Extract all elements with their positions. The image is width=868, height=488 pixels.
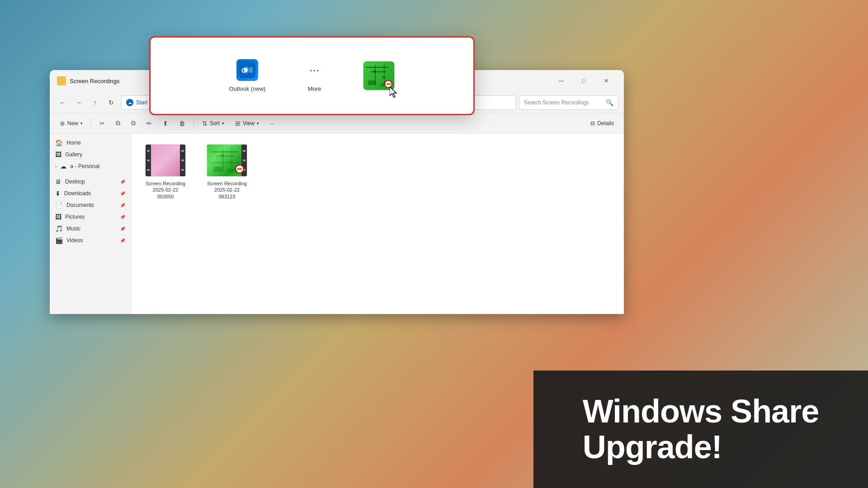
film-strip-right-1 xyxy=(180,145,185,176)
film-hole xyxy=(243,150,245,152)
film-hole xyxy=(181,160,184,161)
cut-icon: ✂ xyxy=(99,120,105,127)
sort-icon: ⇅ xyxy=(202,120,208,127)
divider2 xyxy=(193,119,194,128)
sidebar-item-videos[interactable]: 🎬 Videos 📌 xyxy=(52,235,129,246)
share-popup: O Outlook (new) ··· More xyxy=(149,36,475,115)
file-name-2: Screen Recording2025-02-22083123 xyxy=(207,180,247,200)
details-label: Details xyxy=(597,120,614,127)
share-icon: ⬆ xyxy=(163,120,168,127)
svg-point-5 xyxy=(221,154,224,158)
command-bar: ⊕ New ▾ ✂ ⧉ ⧉ ✏ ⬆ 🗑 ⇅ Sort ▾ ⊞ xyxy=(50,113,624,133)
view-button[interactable]: ⊞ View ▾ xyxy=(231,116,264,131)
rename-button[interactable]: ✏ xyxy=(142,116,156,131)
search-icon: 🔍 xyxy=(606,99,613,106)
svg-rect-1 xyxy=(216,155,234,156)
more-options-button[interactable]: ··· xyxy=(265,116,279,131)
no-entry-overlay xyxy=(235,164,244,174)
forward-button[interactable]: → xyxy=(71,95,86,110)
svg-rect-2 xyxy=(209,162,240,163)
sidebar-item-documents[interactable]: 📄 Documents 📌 xyxy=(52,199,129,211)
film-hole xyxy=(181,169,184,171)
sidebar-item-pictures[interactable]: 🖼 Pictures 📌 xyxy=(52,211,129,223)
outlook-label: Outlook (new) xyxy=(229,85,266,92)
downloads-icon: ⬇ xyxy=(55,190,61,197)
sidebar-downloads-label: Downloads xyxy=(64,190,91,197)
file-thumb-2 xyxy=(207,144,247,177)
sidebar-home-label: Home xyxy=(66,140,81,146)
up-button[interactable]: ↑ xyxy=(88,95,102,110)
new-button[interactable]: ⊕ New ▾ xyxy=(55,116,87,131)
videos-icon: 🎬 xyxy=(55,237,63,244)
cut-button[interactable]: ✂ xyxy=(95,116,109,131)
file-item-recording2[interactable]: Screen Recording2025-02-22083123 xyxy=(200,141,254,203)
new-plus-icon: ⊕ xyxy=(60,120,65,127)
expander-icon: › xyxy=(55,164,57,169)
sort-label: Sort xyxy=(210,120,220,127)
sidebar-item-music[interactable]: 🎵 Music 📌 xyxy=(52,223,129,235)
svg-point-19 xyxy=(382,76,385,79)
back-button[interactable]: ← xyxy=(55,95,70,110)
cloud-icon: ☁ xyxy=(60,163,66,170)
sidebar-item-gallery[interactable]: 🖼 Gallery xyxy=(52,149,129,160)
sidebar-personal-label: a - Personal xyxy=(70,163,99,169)
svg-marker-22 xyxy=(390,87,396,98)
sidebar-documents-label: Documents xyxy=(66,202,94,208)
film-hole xyxy=(181,150,184,152)
delete-icon: 🗑 xyxy=(179,120,185,127)
sidebar-item-personal[interactable]: › ☁ a - Personal xyxy=(52,160,129,172)
more-dots-icon: ··· xyxy=(270,120,274,127)
copy-button[interactable]: ⧉ xyxy=(111,116,125,131)
svg-text:O: O xyxy=(241,67,246,74)
view-chevron-icon: ▾ xyxy=(257,121,259,126)
sort-chevron-icon: ▾ xyxy=(222,121,224,126)
outlook-app-icon: O xyxy=(236,59,258,81)
paste-icon: ⧉ xyxy=(131,119,136,127)
share-option-more[interactable]: ··· More xyxy=(298,54,330,98)
copy-icon: ⧉ xyxy=(116,119,120,127)
svg-rect-3 xyxy=(222,149,223,171)
view-icon: ⊞ xyxy=(235,120,241,127)
minimize-button[interactable]: — xyxy=(551,74,571,88)
sidebar-item-home[interactable]: 🏠 Home xyxy=(52,137,129,149)
divider1 xyxy=(91,119,91,128)
maximize-button[interactable]: □ xyxy=(573,74,594,88)
pin-docs-icon: 📌 xyxy=(120,203,125,208)
title-bar-left: Screen Recordings xyxy=(57,76,120,85)
sidebar-item-desktop[interactable]: 🖥 Desktop 📌 xyxy=(52,176,129,188)
banner-text: Windows Share Upgrade! xyxy=(583,394,819,465)
paste-button[interactable]: ⧉ xyxy=(127,116,140,131)
nav-buttons: ← → ↑ ↻ xyxy=(55,95,118,110)
sidebar: 🏠 Home 🖼 Gallery › ☁ a - Personal 🖥 Desk… xyxy=(50,133,131,314)
pin-music-icon: 📌 xyxy=(120,226,125,231)
thumb-content-pink xyxy=(146,145,185,176)
svg-point-18 xyxy=(373,70,376,73)
pin-pics-icon: 📌 xyxy=(120,215,125,220)
refresh-button[interactable]: ↻ xyxy=(104,95,118,110)
pin-videos-icon: 📌 xyxy=(120,238,125,243)
desktop-icon: 🖥 xyxy=(55,178,61,185)
sidebar-pictures-label: Pictures xyxy=(65,214,85,220)
details-button[interactable]: ⊟ Details xyxy=(586,116,618,131)
sidebar-music-label: Music xyxy=(66,225,80,232)
search-bar[interactable]: Search Screen Recordings 🔍 xyxy=(519,95,618,110)
close-button[interactable]: ✕ xyxy=(596,74,617,88)
sort-button[interactable]: ⇅ Sort ▾ xyxy=(198,116,229,131)
no-entry-bar xyxy=(237,169,242,169)
share-button[interactable]: ⬆ xyxy=(158,116,173,131)
delete-button[interactable]: 🗑 xyxy=(175,116,190,131)
sidebar-item-downloads[interactable]: ⬇ Downloads 📌 xyxy=(52,188,129,199)
bottom-banner: Windows Share Upgrade! xyxy=(533,371,868,488)
banner-line2: Upgrade! xyxy=(583,429,722,465)
svg-point-6 xyxy=(230,161,233,164)
music-icon: 🎵 xyxy=(55,225,63,232)
sidebar-videos-label: Videos xyxy=(66,237,83,244)
banner-line1: Windows Share xyxy=(583,393,819,429)
gallery-icon: 🖼 xyxy=(55,151,61,158)
pictures-icon: 🖼 xyxy=(55,213,61,221)
svg-rect-4 xyxy=(231,147,232,171)
share-option-outlook[interactable]: O Outlook (new) xyxy=(224,54,271,98)
folder-icon xyxy=(57,76,66,85)
sidebar-desktop-label: Desktop xyxy=(65,178,85,185)
file-item-recording1[interactable]: Screen Recording2025-02-22002650 xyxy=(138,141,193,203)
